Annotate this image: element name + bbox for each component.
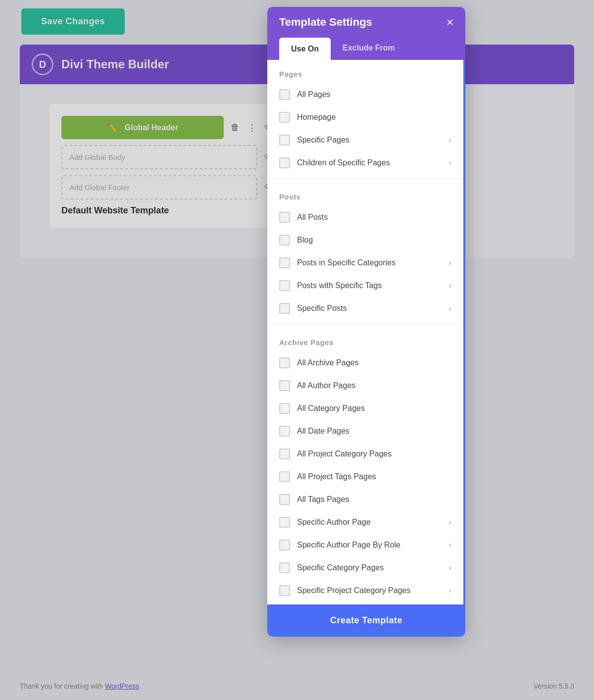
modal-header: Template Settings × <box>267 7 465 38</box>
label-all-tags-pages: All Tags Pages <box>297 495 451 504</box>
checkbox-posts-specific-tags[interactable] <box>279 280 290 291</box>
option-specific-pages[interactable]: Specific Pages › <box>267 129 463 151</box>
option-all-project-tags-pages[interactable]: All Project Tags Pages <box>267 465 463 488</box>
label-children-specific-pages: Children of Specific Pages <box>297 158 442 167</box>
checkbox-all-tags-pages[interactable] <box>279 494 290 505</box>
create-template-button[interactable]: Create Template <box>267 604 465 637</box>
option-all-archive-pages[interactable]: All Archive Pages <box>267 351 463 374</box>
checkbox-all-category-pages[interactable] <box>279 403 290 414</box>
checkbox-specific-author-page-by-role[interactable] <box>279 540 290 550</box>
option-posts-specific-categories[interactable]: Posts in Specific Categories › <box>267 251 463 274</box>
option-specific-posts[interactable]: Specific Posts › <box>267 297 463 320</box>
checkbox-all-archive-pages[interactable] <box>279 357 290 368</box>
label-all-author-pages: All Author Pages <box>297 381 451 390</box>
label-all-project-category-pages: All Project Category Pages <box>297 450 451 458</box>
tab-exclude-from[interactable]: Exclude From <box>331 38 407 60</box>
option-posts-specific-tags[interactable]: Posts with Specific Tags › <box>267 274 463 297</box>
checkbox-homepage[interactable] <box>279 112 290 123</box>
label-specific-pages: Specific Pages <box>297 136 442 145</box>
modal-close-button[interactable]: × <box>446 16 453 28</box>
label-all-date-pages: All Date Pages <box>297 427 451 436</box>
checkbox-specific-posts[interactable] <box>279 303 290 314</box>
label-specific-project-category-pages: Specific Project Category Pages <box>297 586 442 595</box>
label-all-category-pages: All Category Pages <box>297 404 451 413</box>
label-all-pages: All Pages <box>297 90 451 99</box>
modal-body: Pages All Pages Homepage Specific Pages … <box>267 60 465 604</box>
posts-section-label: Posts <box>267 183 463 206</box>
checkbox-all-project-category-pages[interactable] <box>279 449 290 459</box>
option-specific-author-page[interactable]: Specific Author Page › <box>267 511 463 534</box>
tab-use-on[interactable]: Use On <box>279 38 331 60</box>
divider-pages-posts <box>267 178 463 179</box>
archive-section-label: Archive Pages <box>267 328 463 351</box>
checkbox-specific-author-page[interactable] <box>279 517 290 528</box>
option-all-posts[interactable]: All Posts <box>267 206 463 229</box>
option-specific-project-category-pages[interactable]: Specific Project Category Pages › <box>267 579 463 602</box>
label-all-project-tags-pages: All Project Tags Pages <box>297 472 451 481</box>
checkbox-all-project-tags-pages[interactable] <box>279 471 290 482</box>
checkbox-specific-pages[interactable] <box>279 135 290 146</box>
label-homepage: Homepage <box>297 113 451 122</box>
checkbox-all-posts[interactable] <box>279 212 290 223</box>
divider-posts-archive <box>267 324 463 324</box>
label-all-posts: All Posts <box>297 213 451 222</box>
option-children-specific-pages[interactable]: Children of Specific Pages › <box>267 151 463 174</box>
option-blog[interactable]: Blog <box>267 229 463 251</box>
chevron-specific-project-category-pages: › <box>449 586 451 595</box>
chevron-specific-author-page: › <box>449 518 451 527</box>
option-all-tags-pages[interactable]: All Tags Pages <box>267 488 463 511</box>
chevron-specific-pages: › <box>449 136 451 145</box>
template-settings-modal: Template Settings × Use On Exclude From … <box>267 7 465 637</box>
option-homepage[interactable]: Homepage <box>267 106 463 129</box>
label-blog: Blog <box>297 236 451 245</box>
label-specific-author-page: Specific Author Page <box>297 518 442 527</box>
modal-title: Template Settings <box>279 16 372 29</box>
checkbox-blog[interactable] <box>279 235 290 246</box>
chevron-specific-author-page-by-role: › <box>449 541 451 550</box>
option-all-project-category-pages[interactable]: All Project Category Pages <box>267 443 463 465</box>
checkbox-all-author-pages[interactable] <box>279 380 290 391</box>
modal-tabs: Use On Exclude From <box>267 38 465 60</box>
checkbox-all-pages[interactable] <box>279 89 290 100</box>
chevron-posts-specific-categories: › <box>449 258 451 267</box>
label-posts-specific-categories: Posts in Specific Categories <box>297 258 442 267</box>
checkbox-posts-specific-categories[interactable] <box>279 257 290 268</box>
option-all-pages[interactable]: All Pages <box>267 83 463 106</box>
option-all-category-pages[interactable]: All Category Pages <box>267 397 463 420</box>
chevron-posts-specific-tags: › <box>449 281 451 290</box>
option-specific-author-page-by-role[interactable]: Specific Author Page By Role › <box>267 534 463 556</box>
chevron-specific-posts: › <box>449 304 451 313</box>
option-specific-category-pages[interactable]: Specific Category Pages › <box>267 556 463 579</box>
checkbox-specific-category-pages[interactable] <box>279 562 290 573</box>
label-specific-author-page-by-role: Specific Author Page By Role <box>297 541 442 550</box>
option-all-author-pages[interactable]: All Author Pages <box>267 374 463 397</box>
label-specific-category-pages: Specific Category Pages <box>297 563 442 572</box>
chevron-children-specific-pages: › <box>449 158 451 167</box>
checkbox-specific-project-category-pages[interactable] <box>279 585 290 596</box>
pages-section-label: Pages <box>267 60 463 83</box>
checkbox-all-date-pages[interactable] <box>279 426 290 437</box>
chevron-specific-category-pages: › <box>449 563 451 572</box>
label-all-archive-pages: All Archive Pages <box>297 358 451 367</box>
label-posts-specific-tags: Posts with Specific Tags <box>297 281 442 290</box>
checkbox-children-specific-pages[interactable] <box>279 157 290 168</box>
option-all-date-pages[interactable]: All Date Pages <box>267 420 463 443</box>
label-specific-posts: Specific Posts <box>297 304 442 313</box>
